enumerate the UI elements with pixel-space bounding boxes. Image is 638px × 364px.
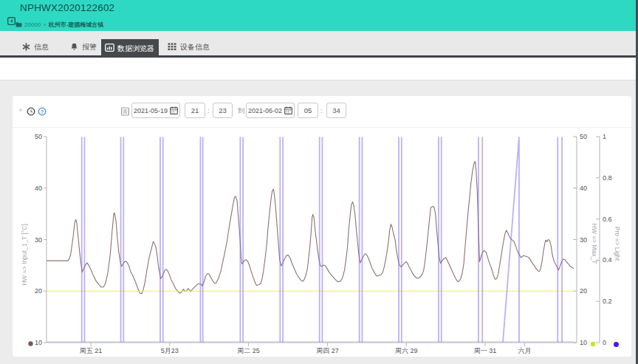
tab-alarm[interactable]: 报警 — [70, 40, 97, 55]
time-colon: : — [207, 103, 210, 118]
page-title: NPHWX2020122602 — [20, 2, 114, 13]
end-minute-value: 34 — [332, 106, 340, 114]
breadcrumb-id: 20000 — [24, 21, 41, 28]
collapse-sidebar-icon[interactable] — [7, 15, 16, 23]
time-colon: : — [320, 103, 323, 118]
tab-data-browser[interactable]: 数据浏览器 — [101, 39, 159, 58]
tab-label: 数据浏览器 — [117, 44, 154, 54]
tab-label: 信息 — [34, 42, 49, 52]
history-icon[interactable] — [27, 106, 35, 114]
start-minute-input[interactable]: 23 — [213, 103, 233, 118]
asterisk-icon — [22, 43, 30, 52]
start-date-input[interactable]: 2021-05-19 — [131, 103, 180, 118]
end-date-value: 2021-06-02 — [248, 107, 282, 114]
end-minute-input[interactable]: 34 — [326, 103, 346, 118]
start-hour-value: 21 — [191, 106, 199, 114]
end-hour-input[interactable]: 05 — [298, 103, 318, 118]
start-minute-value: 23 — [219, 106, 227, 114]
calendar-icon — [170, 106, 178, 114]
start-hour-input[interactable]: 21 — [185, 103, 205, 118]
content-spacer — [0, 58, 636, 80]
chart-card: ? 2021-05-19 21 : 23 到 2021-06-02 05 : 3… — [13, 96, 631, 357]
tab-device-info[interactable]: 设备信息 — [168, 40, 210, 55]
end-date-input[interactable]: 2021-06-02 — [246, 103, 295, 118]
calendar-icon — [284, 106, 292, 114]
page-divider — [0, 80, 636, 80]
list-icon — [121, 106, 130, 114]
bar-chart-icon — [105, 44, 114, 53]
breadcrumb: 20000 » 杭州市-建德梅城古镇 — [16, 21, 103, 29]
folder-icon — [16, 21, 22, 29]
tab-label: 报警 — [82, 42, 97, 52]
toolbar-divider — [13, 127, 631, 128]
start-date-value: 2021-05-19 — [134, 107, 168, 114]
bell-icon — [70, 43, 78, 52]
svg-text:?: ? — [41, 109, 44, 115]
to-label: 到 — [238, 103, 245, 118]
end-hour-value: 05 — [304, 106, 312, 114]
breadcrumb-location: 杭州市-建德梅城古镇 — [49, 21, 104, 29]
tab-label: 设备信息 — [180, 42, 210, 52]
tab-info[interactable]: 信息 — [22, 40, 49, 55]
help-icon[interactable]: ? — [38, 106, 47, 114]
grid-icon — [168, 42, 176, 52]
app-header: NPHWX2020122602 20000 » 杭州市-建德梅城古镇 — [0, 0, 636, 31]
tab-bar: 信息 报警 数据浏览器 设备信息 — [0, 31, 636, 55]
breadcrumb-separator: » — [43, 21, 46, 28]
status-dot — [19, 109, 22, 111]
